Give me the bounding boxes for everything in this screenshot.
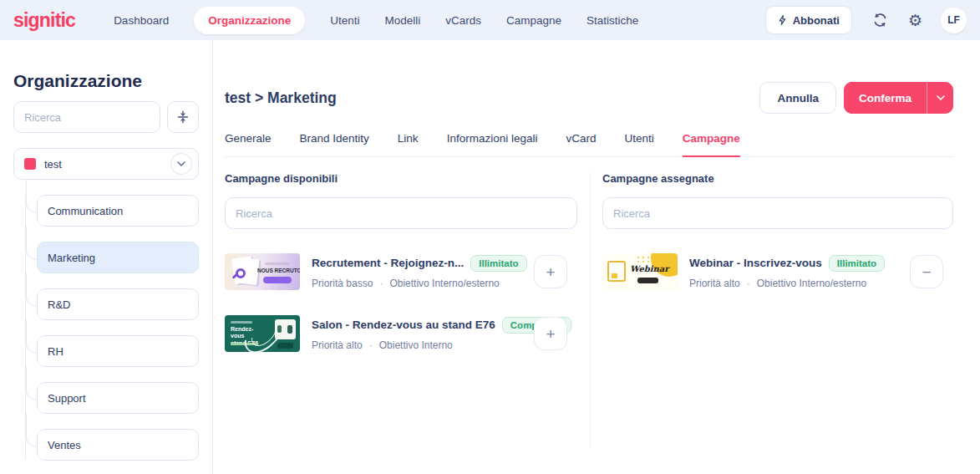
- sidebar-title: Organizzazione: [13, 72, 199, 89]
- laptop-illustration: [607, 261, 626, 282]
- nav-item-campagne[interactable]: Campagne: [506, 14, 561, 27]
- campaign-objective: Obiettivo Interno/esterno: [389, 278, 499, 289]
- tab-link[interactable]: Link: [398, 132, 419, 156]
- tab-generale[interactable]: Generale: [225, 132, 272, 156]
- breadcrumb: test > Marketing: [225, 89, 337, 107]
- add-campaign-button[interactable]: +: [534, 255, 567, 288]
- settings-tabs: Generale Brand Identity Link Informazion…: [225, 132, 953, 157]
- tree-item-rh[interactable]: RH: [37, 335, 199, 367]
- cancel-button[interactable]: Annulla: [759, 82, 836, 114]
- assigned-campaigns-column: Campagne assegnate Webinar: [602, 172, 953, 448]
- confirm-dropdown-button[interactable]: [927, 82, 953, 114]
- nav-item-statistiche[interactable]: Statistiche: [586, 14, 638, 27]
- campaign-title: Salon - Rendez-vous au stand E76: [312, 319, 495, 331]
- subscribe-button[interactable]: Abbonati: [765, 6, 852, 34]
- confirm-split-button: Conferma: [844, 82, 953, 114]
- campaign-title: Webinar - Inscrivez-vous: [689, 257, 822, 269]
- main-panel: test > Marketing Annulla Conferma Genera…: [213, 40, 980, 474]
- status-badge: Illimitato: [470, 255, 526, 272]
- nav-item-utenti[interactable]: Utenti: [330, 14, 359, 27]
- tree-item-rd[interactable]: R&D: [37, 288, 199, 320]
- nav-item-organizzazione[interactable]: Organizzazione: [194, 7, 305, 34]
- tree-item-support[interactable]: Support: [37, 382, 199, 414]
- confirm-button[interactable]: Conferma: [844, 82, 927, 114]
- nav-item-vcards[interactable]: vCards: [445, 14, 481, 27]
- campaign-thumbnail-recrutement: NOUS RECRUTONS: [225, 253, 300, 290]
- magnifier-illustration: [236, 268, 246, 278]
- remove-campaign-button[interactable]: −: [910, 255, 943, 288]
- tab-brand-identity[interactable]: Brand Identity: [300, 132, 369, 156]
- campaign-thumbnail-webinar: Webinar: [602, 253, 678, 290]
- meta-separator: ·: [369, 339, 373, 351]
- org-root-label: test: [44, 158, 162, 171]
- add-campaign-button[interactable]: +: [534, 317, 567, 350]
- available-campaigns-search-input[interactable]: [225, 197, 577, 229]
- organization-sidebar: Organizzazione test: [0, 40, 213, 474]
- available-campaigns-column: Campagne disponibili NOUS RECRUTONS: [225, 172, 577, 448]
- nav-item-modelli[interactable]: Modelli: [384, 14, 420, 27]
- avatar[interactable]: LF: [941, 8, 967, 33]
- thumbnail-text: Webinar: [630, 264, 669, 273]
- tab-informazioni-legali[interactable]: Informazioni legali: [447, 132, 538, 156]
- campaign-title: Recrutement - Rejoignez-n...: [312, 257, 464, 269]
- subscribe-label: Abbonati: [793, 14, 840, 27]
- campaign-objective: Obiettivo Interno: [379, 339, 453, 351]
- column-divider: [590, 172, 591, 448]
- org-color-swatch: [24, 158, 36, 170]
- meta-separator: ·: [747, 278, 750, 289]
- tree-item-marketing[interactable]: Marketing: [37, 242, 199, 273]
- navbar-right-cluster: Abbonati ⚙ LF: [765, 6, 967, 34]
- org-root-item-test[interactable]: test: [13, 148, 199, 180]
- status-badge: Illimitato: [829, 255, 885, 272]
- thumbnail-text: NOUS RECRUTONS: [257, 268, 297, 273]
- org-root-collapse-button[interactable]: [170, 153, 192, 175]
- campaign-objective: Obiettivo Interno/esterno: [757, 278, 866, 289]
- campaign-row-salon: Rendez-vous stand E76 Salon - Rendez-v: [225, 303, 577, 364]
- campaign-row-recrutement: NOUS RECRUTONS Recrutement - Rejoignez-n…: [225, 241, 577, 303]
- chevron-down-icon: [177, 161, 185, 166]
- tree-item-communication[interactable]: Communication: [37, 195, 199, 227]
- campaign-priority: Priorità alto: [312, 339, 363, 351]
- nav-item-dashboard[interactable]: Dashboard: [114, 14, 169, 27]
- campaign-thumbnail-salon: Rendez-vous stand E76: [225, 315, 300, 352]
- tree-item-ventes[interactable]: Ventes: [37, 429, 199, 461]
- collapse-tree-button[interactable]: [167, 101, 199, 133]
- sidebar-search-input[interactable]: [13, 101, 160, 133]
- campaign-priority: Priorità basso: [312, 278, 373, 289]
- assigned-campaigns-title: Campagne assegnate: [602, 172, 953, 185]
- assigned-campaigns-search-input[interactable]: [602, 197, 953, 229]
- meta-separator: ·: [379, 278, 383, 289]
- chevron-down-icon: [937, 95, 945, 100]
- tab-utenti[interactable]: Utenti: [624, 132, 653, 156]
- tab-vcard[interactable]: vCard: [566, 132, 596, 156]
- org-tree: Communication Marketing R&D RH Support V…: [13, 195, 199, 461]
- collapse-vertical-icon: [175, 110, 190, 125]
- top-navbar: signitic Dashboard Organizzazione Utenti…: [0, 0, 980, 40]
- lightning-bolt-icon: [778, 14, 787, 26]
- tab-campagne[interactable]: Campagne: [683, 132, 740, 157]
- gear-icon[interactable]: ⚙: [908, 13, 922, 28]
- main-nav: Dashboard Organizzazione Utenti Modelli …: [114, 7, 638, 34]
- app-logo[interactable]: signitic: [13, 9, 75, 32]
- sync-icon[interactable]: [871, 11, 890, 29]
- available-campaigns-title: Campagne disponibili: [225, 172, 577, 185]
- campaign-row-webinar: Webinar Webinar - Inscrivez-vous Illimit…: [602, 241, 953, 303]
- campaign-priority: Priorità alto: [689, 278, 740, 289]
